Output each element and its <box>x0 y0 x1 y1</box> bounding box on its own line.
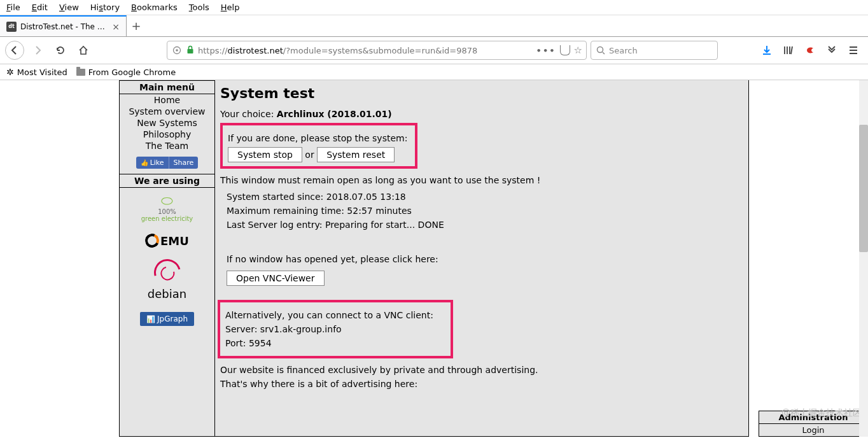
sidebar-item-philosophy[interactable]: Philosophy <box>120 129 214 140</box>
finance-text-2: That's why there is a bit of advertising… <box>220 379 742 389</box>
vertical-scrollbar[interactable] <box>859 80 868 437</box>
sidebar-heading-menu: Main menü <box>120 80 214 94</box>
menu-help[interactable]: Help <box>221 3 240 12</box>
sponsor-qemu[interactable]: EMU <box>145 234 189 248</box>
alt-connect-text: Alternatively, you can connect to a VNC … <box>225 310 445 320</box>
menu-history[interactable]: History <box>90 3 120 12</box>
extension-icon[interactable] <box>804 45 816 56</box>
choice-line: Your choice: Archlinux (2018.01.01) <box>220 109 742 119</box>
debian-swirl-icon <box>149 255 185 291</box>
sponsor-green-electricity[interactable]: ⬭ 100% green electricity <box>141 193 193 222</box>
bookmark-from-chrome[interactable]: From Google Chrome <box>76 67 176 77</box>
sidebar: Main menü Home System overview New Syste… <box>120 80 215 436</box>
or-text: or <box>305 150 317 160</box>
page-content: Main menü Home System overview New Syste… <box>0 80 868 437</box>
menu-edit[interactable]: Edit <box>32 3 48 12</box>
pocket-icon[interactable] <box>560 45 570 55</box>
highlight-vnc-section: Alternatively, you can connect to a VNC … <box>218 300 453 358</box>
forward-button[interactable] <box>28 41 47 60</box>
tab-title: DistroTest.net - The first online operat… <box>20 22 108 31</box>
fb-share-button[interactable]: Share <box>169 157 199 169</box>
highlight-stop-section: If you are done, please stop the system:… <box>220 123 417 169</box>
search-placeholder: Search <box>609 46 638 55</box>
port-text: Port: 5954 <box>225 338 445 348</box>
toolbar-right <box>761 45 863 56</box>
remaining-text: Maximum remaining time: 52:57 minutes <box>227 206 742 216</box>
new-tab-button[interactable]: + <box>127 19 146 32</box>
site-frame: Main menü Home System overview New Syste… <box>119 80 749 437</box>
admin-box: Administration Login <box>759 411 868 437</box>
leaf-icon: ⬭ <box>141 193 193 208</box>
menu-tools[interactable]: Tools <box>189 3 209 12</box>
bookmarks-bar: ✲ Most Visited From Google Chrome <box>0 64 868 80</box>
back-button[interactable] <box>5 41 24 60</box>
search-icon <box>596 46 605 55</box>
browser-menubar: File Edit View History Bookmarks Tools H… <box>0 0 868 15</box>
menu-bookmarks[interactable]: Bookmarks <box>131 3 178 12</box>
folder-icon <box>76 69 85 76</box>
url-text: https://distrotest.net/?module=systems&s… <box>198 46 533 55</box>
bookmark-most-visited[interactable]: ✲ Most Visited <box>6 67 67 77</box>
library-icon[interactable] <box>783 45 794 56</box>
tab-favicon: dt <box>6 22 17 32</box>
finance-text-1: Our website is financed exclusively by p… <box>220 365 742 375</box>
system-reset-button[interactable]: System reset <box>317 147 395 162</box>
sponsor-debian[interactable]: debian <box>148 259 186 300</box>
admin-heading: Administration <box>759 411 867 424</box>
facebook-widget[interactable]: Like Share <box>136 157 199 169</box>
open-vnc-button[interactable]: Open VNC-Viewer <box>227 271 325 286</box>
menu-file[interactable]: File <box>6 3 20 12</box>
sidebar-menu: Home System overview New Systems Philoso… <box>120 94 214 152</box>
gear-icon: ✲ <box>6 67 14 77</box>
keep-open-text: This window must remain open as long as … <box>220 175 742 185</box>
lock-icon[interactable] <box>186 45 194 56</box>
fb-like-button[interactable]: Like <box>136 157 169 169</box>
svg-rect-2 <box>188 49 193 53</box>
page-title: System test <box>220 85 742 101</box>
url-bar[interactable]: https://distrotest.net/?module=systems&s… <box>167 41 587 60</box>
started-text: System started since: 2018.07.05 13:18 <box>227 192 742 202</box>
page-actions-icon[interactable]: ••• <box>536 46 556 55</box>
system-stop-button[interactable]: System stop <box>228 147 302 162</box>
reload-button[interactable] <box>51 41 70 60</box>
server-text: Server: srv1.ak-group.info <box>225 324 445 334</box>
sponsor-logos: ⬭ 100% green electricity EMU debian JpGr… <box>120 188 214 331</box>
tab-close-icon[interactable]: × <box>112 22 120 32</box>
lastlog-text: Last Server log entry: Preparing for sta… <box>227 220 742 230</box>
scrollbar-thumb[interactable] <box>859 125 868 252</box>
sidebar-item-overview[interactable]: System overview <box>120 106 214 117</box>
menu-view[interactable]: View <box>59 3 79 12</box>
tab-strip: dt DistroTest.net - The first online ope… <box>0 15 868 37</box>
svg-point-3 <box>598 47 603 53</box>
svg-line-4 <box>603 52 605 54</box>
done-text: If you are done, please stop the system: <box>228 133 410 143</box>
svg-point-1 <box>176 49 178 52</box>
no-window-text: If no window has opened yet, please clic… <box>227 254 742 264</box>
sidebar-item-home[interactable]: Home <box>120 94 214 106</box>
sidebar-heading-using: We are using <box>120 174 214 188</box>
hamburger-menu-icon[interactable] <box>848 45 859 56</box>
browser-toolbar: https://distrotest.net/?module=systems&s… <box>0 37 868 64</box>
qemu-icon <box>143 232 161 250</box>
overflow-icon[interactable] <box>826 45 837 56</box>
bookmark-star-icon[interactable]: ☆ <box>574 45 582 56</box>
downloads-icon[interactable] <box>761 45 773 56</box>
sidebar-item-team[interactable]: The Team <box>120 140 214 152</box>
search-bar[interactable]: Search <box>591 41 718 60</box>
admin-login-link[interactable]: Login <box>759 424 867 436</box>
main-content: System test Your choice: Archlinux (2018… <box>215 80 748 436</box>
tracking-shield-icon[interactable] <box>171 45 183 56</box>
sponsor-jpgraph[interactable]: JpGraph <box>140 312 194 326</box>
home-button[interactable] <box>74 41 93 60</box>
sidebar-item-new[interactable]: New Systems <box>120 117 214 129</box>
browser-tab[interactable]: dt DistroTest.net - The first online ope… <box>0 15 127 36</box>
